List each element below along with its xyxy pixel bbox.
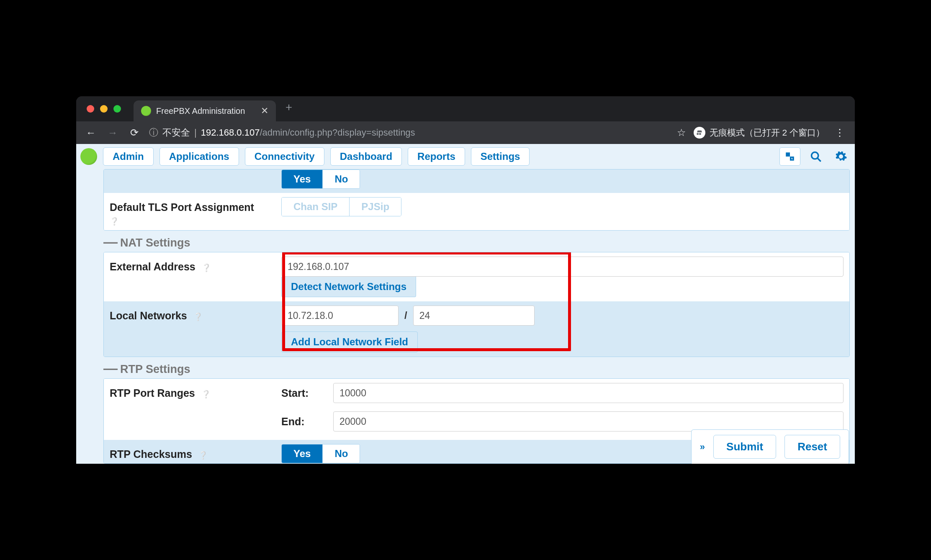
reload-button[interactable]: ⟳	[127, 127, 141, 139]
local-networks-label: Local Networks	[110, 310, 187, 321]
external-address-label: External Address	[110, 261, 195, 272]
svg-point-0	[812, 152, 818, 159]
nav-dashboard[interactable]: Dashboard	[330, 147, 402, 166]
floating-action-bar: » Submit Reset	[691, 429, 849, 464]
page-body: Admin Applications Connectivity Dashboar…	[76, 144, 855, 464]
form-row-tls-port: Default TLS Port Assignment ❔ Chan SIP P…	[104, 193, 849, 230]
tls-chansip[interactable]: Chan SIP	[282, 198, 349, 216]
help-icon[interactable]: ❔	[202, 264, 211, 272]
settings-panel: Yes No Default TLS Port Assignment ❔ Cha…	[103, 169, 850, 231]
browser-tab-strip: FreePBX Administration ✕ ＋	[76, 96, 855, 121]
browser-toolbar: ← → ⟳ ⓘ 不安全 | 192.168.0.107/admin/config…	[76, 121, 855, 144]
rtp-start-input[interactable]	[333, 383, 844, 403]
svg-line-1	[818, 158, 821, 162]
tls-port-options: Chan SIP PJSip	[281, 197, 401, 216]
tls-pjsip[interactable]: PJSip	[349, 198, 401, 216]
back-button[interactable]: ←	[84, 127, 98, 139]
address-bar[interactable]: ⓘ 不安全 | 192.168.0.107/admin/config.php?d…	[149, 124, 669, 141]
local-network-ip-input[interactable]	[281, 306, 399, 326]
incognito-indicator[interactable]: 无痕模式（已打开 2 个窗口）	[694, 127, 825, 139]
bookmark-icon[interactable]: ☆	[677, 127, 686, 139]
toggle-yes[interactable]: Yes	[282, 170, 322, 188]
window-controls	[87, 96, 134, 121]
tls-port-label: Default TLS Port Assignment	[110, 201, 281, 213]
rtp-checksums-no[interactable]: No	[322, 444, 360, 463]
incognito-icon	[694, 127, 705, 139]
help-icon[interactable]: ❔	[110, 217, 281, 226]
detect-network-button[interactable]: Detect Network Settings	[281, 277, 416, 297]
rtp-checksums-yes[interactable]: Yes	[282, 444, 322, 463]
nav-admin[interactable]: Admin	[103, 147, 154, 166]
tab-title: FreePBX Administration	[156, 106, 245, 116]
slash-separator: /	[399, 310, 413, 321]
local-network-cidr-input[interactable]	[413, 306, 535, 326]
gear-icon[interactable]	[831, 147, 851, 166]
section-nat-settings[interactable]: — NAT Settings	[103, 231, 850, 252]
help-icon[interactable]: ❔	[201, 390, 211, 398]
submit-button[interactable]: Submit	[713, 435, 776, 459]
new-tab-button[interactable]: ＋	[276, 100, 302, 114]
tab-close-icon[interactable]: ✕	[261, 105, 268, 116]
language-icon[interactable]	[779, 147, 800, 166]
nat-panel: External Address ❔ Detect Network Settin…	[103, 252, 850, 357]
url-text: 192.168.0.107/admin/config.php?display=s…	[201, 127, 415, 138]
nav-reports[interactable]: Reports	[408, 147, 465, 166]
info-icon: ⓘ	[149, 126, 158, 139]
rtp-start-label: Start:	[281, 387, 327, 399]
form-row-local-networks: Local Networks ❔ /	[104, 301, 849, 357]
reset-button[interactable]: Reset	[784, 435, 840, 459]
search-icon[interactable]	[806, 147, 826, 166]
nav-settings[interactable]: Settings	[471, 147, 530, 166]
chevron-right-icon[interactable]: »	[700, 442, 705, 452]
toggle-no[interactable]: No	[322, 170, 360, 188]
rtp-end-input[interactable]	[333, 411, 844, 432]
nav-connectivity[interactable]: Connectivity	[245, 147, 324, 166]
add-local-network-button[interactable]: Add Local Network Field	[281, 331, 418, 352]
browser-tab[interactable]: FreePBX Administration ✕	[134, 100, 276, 121]
rtp-end-label: End:	[281, 416, 327, 428]
window-maximize[interactable]	[113, 105, 121, 113]
form-row-partial: Yes No	[104, 170, 849, 193]
security-label: 不安全	[162, 126, 190, 139]
help-icon[interactable]: ❔	[193, 313, 203, 321]
window-close[interactable]	[87, 105, 94, 113]
external-address-input[interactable]	[281, 257, 844, 277]
window-minimize[interactable]	[100, 105, 108, 113]
freepbx-logo[interactable]	[80, 148, 97, 165]
rtp-checksums-toggle: Yes No	[281, 444, 360, 463]
top-navigation: Admin Applications Connectivity Dashboar…	[76, 144, 855, 169]
toggle-group: Yes No	[281, 170, 360, 189]
nav-applications[interactable]: Applications	[159, 147, 239, 166]
form-row-external-address: External Address ❔ Detect Network Settin…	[104, 252, 849, 301]
browser-menu-icon[interactable]: ⋮	[832, 127, 847, 139]
help-icon[interactable]: ❔	[198, 451, 208, 460]
rtp-checksums-label: RTP Checksums	[110, 448, 192, 460]
section-rtp-settings[interactable]: — RTP Settings	[103, 357, 850, 378]
rtp-port-ranges-label: RTP Port Ranges	[110, 387, 195, 399]
forward-button[interactable]: →	[105, 127, 120, 139]
tab-favicon	[141, 106, 151, 116]
